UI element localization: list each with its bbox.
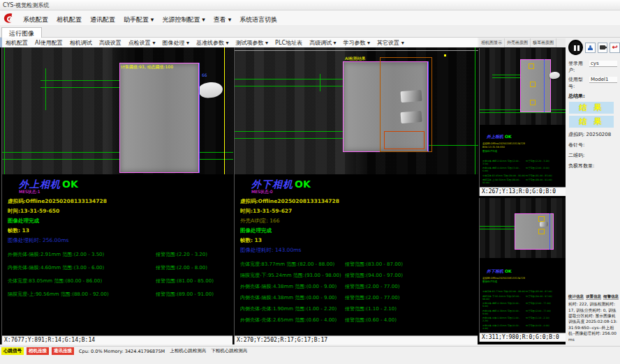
threshold-annotation: 计算阈值:93, 动态阈值:100: [121, 64, 173, 70]
log-text: 耗时: 222, 训练检测耗时: 17, 训练分类耗时: 0, 训练提取分区耗时…: [567, 300, 620, 342]
toolbar-item[interactable]: 点检设置 ▾: [125, 38, 159, 47]
green-guide-line: [235, 131, 343, 132]
status-bar: 心跳信号 相机连接 通讯连接 Cpu: 0.0% Memory: 3424.41…: [0, 346, 620, 356]
measurement-value: 壳体宽度:83.05mm 范围:(80.00 - 86.00): [482, 174, 526, 177]
toolbar-item[interactable]: AI使用配置: [31, 38, 66, 47]
toolbar-item[interactable]: 基准线参数 ▾: [193, 38, 232, 47]
qr-code-label: 二维码:: [568, 152, 620, 159]
bright-edge-line: [235, 50, 478, 51]
alarm-range: 报警范围:(1.10 - 2.10): [345, 305, 397, 312]
heartbeat-badge: 心跳信号: [1, 347, 24, 355]
menu-item[interactable]: 相机配置: [52, 15, 86, 24]
process-done: 图像处理完成: [240, 227, 476, 234]
measurement-row: 壳体宽度:83.05mm 范围:(80.00 - 86.00) 报警范围:(81…: [8, 278, 231, 285]
login-user-value[interactable]: cys: [589, 61, 617, 67]
camera-result-text-lower: 外下相机OK MES状态:0 虚拟码:Offline20250208133134…: [240, 177, 476, 324]
thumbnail-tab[interactable]: 相机图显示: [479, 38, 505, 47]
info-tabs: 统计信息设置信息报警信息: [567, 294, 620, 300]
tab-run-image[interactable]: 运行图像: [1, 27, 42, 38]
detected-part-outline: [119, 63, 199, 173]
total-result-label: 总结果:: [568, 93, 620, 100]
measurement-list: 壳体宽度:83.77mm 范围:(82.00 - 88.00) 报警范围:(83…: [240, 261, 476, 324]
blue-measure-line: [544, 59, 545, 112]
measurement-row: 隔膜宽度-下:95.24mm 范围:(93.00 - 98.00) 报警范围:(…: [482, 295, 564, 301]
coordinate-readout-upper: X:7677;Y:891;R:14;G:14;B:14: [2, 335, 232, 344]
camera-title: 外上相机: [487, 134, 503, 139]
virtual-code: 虚拟码:Offline20250208133134728: [240, 198, 476, 205]
info-tab[interactable]: 报警信息: [603, 294, 619, 300]
menu-item[interactable]: 通讯配置: [86, 15, 119, 24]
thumbnail-image: [480, 198, 566, 258]
measurement-value: 壳体宽度:83.77mm 范围:(82.00 - 88.00): [482, 290, 526, 293]
model-value[interactable]: Model1: [589, 77, 617, 83]
exit-arrow-icon: ↩: [612, 44, 618, 51]
alarm-range: 报警范围:(83.00 - 87.00): [345, 261, 403, 268]
thumbnail-view-lower[interactable]: 外下相机OK 虚拟码:Offline20250208133134728 图像处理…: [479, 198, 566, 342]
pause-button[interactable]: [568, 40, 583, 55]
thumbnail-result-text: 外上相机OK 虚拟码:Offline20250208133134728 时间:1…: [482, 128, 564, 184]
toolbar-item[interactable]: 相机配置: [2, 38, 31, 47]
camera-panel-lower: AI检测结果 外下相机OK MES状态:0 虚拟码:Offline2025020…: [234, 47, 478, 344]
thumbnail-tab[interactable]: 外壳画质图: [505, 38, 531, 47]
process-done: 图像处理完成: [482, 150, 564, 153]
exit-button[interactable]: ↩: [610, 43, 620, 53]
alarm-range: 报警范围:(2.00 - 77.00): [345, 283, 399, 290]
menu-item[interactable]: 系统语言切换: [235, 15, 281, 24]
alarm-range: 报警范围:(81.00 - 85.00): [526, 174, 552, 177]
green-guide-line: [45, 68, 46, 110]
menu-item[interactable]: 助手配置 ▾: [119, 15, 158, 24]
comm-link-badge: 通讯连接: [52, 347, 74, 355]
tab-strip: 运行图像: [0, 25, 620, 38]
toolbar-item[interactable]: 测试项参数 ▾: [232, 38, 272, 47]
alarm-range: 报警范围:(2.00 - 77.00): [345, 294, 399, 301]
ai-detect-box: [384, 131, 425, 149]
blue-measure-line: [199, 63, 200, 173]
measurement-row: 内侧壳体-壳体:1.90mm 范围:(1.00 - 2.20) 报警范围:(1.…: [240, 305, 476, 312]
toolbar-item[interactable]: 学习参数 ▾: [340, 38, 374, 47]
camera-panel-upper: 计算阈值:93, 动态阈值:100 66 外上相机OK MES状态:1 虚拟码:…: [1, 47, 232, 344]
upper-camera-heartbeat: 上相机心跳检测高: [170, 348, 206, 354]
coordinate-readout-thumb-lower: X:311;Y:980;R:0;G:0;B:0: [480, 333, 566, 342]
measurement-value: 外侧壳体-壳体:2.65mm 范围:(0.60 - 4.00): [240, 317, 345, 324]
model-field: 使用型号: Model1: [568, 76, 620, 90]
model-label: 使用型号:: [568, 76, 589, 90]
process-elapsed: 图像处理耗时: 143.00ms: [240, 247, 476, 254]
toolbar-item[interactable]: 图像处理 ▾: [158, 38, 193, 47]
toolbar: 相机配置AI使用配置相机调试高级设置点检设置 ▾图像处理 ▾基准线参数 ▾测试项…: [0, 38, 478, 47]
menu-item[interactable]: 系统配置: [19, 15, 52, 24]
info-tab[interactable]: 设置信息: [586, 294, 601, 300]
thumbnail-tabs: 相机图显示外壳画质图极耳画质图: [479, 38, 566, 47]
green-guide-line: [428, 145, 478, 146]
alarm-range: 报警范围:(2.00 - 77.00): [526, 302, 551, 308]
thumbnail-tab[interactable]: 极耳画质图: [531, 38, 556, 47]
window-title: CYS-视觉检测系统: [3, 2, 49, 8]
toolbar-item[interactable]: 高级设置: [96, 38, 125, 47]
toolbar-item[interactable]: PLC地址表: [272, 38, 306, 47]
yellow-reference-line: [224, 47, 225, 174]
user-button[interactable]: [585, 43, 596, 53]
toolbar-item[interactable]: 其它设置 ▾: [374, 38, 408, 47]
alarm-range: 报警范围:(1.10 - 2.10): [526, 317, 549, 322]
toolbar-item[interactable]: 相机调试: [66, 38, 96, 47]
thumbnail-result-text: 外下相机OK 虚拟码:Offline20250208133134728 图像处理…: [482, 262, 564, 330]
measurement-list: 外侧壳体-隔膜:2.91mm 范围:(2.00 - 3.50) 报警范围:(2.…: [482, 160, 564, 185]
virtual-code: 虚拟码:Offline20250208133134728: [482, 277, 564, 280]
camera-title: 外上相机: [19, 179, 61, 190]
camera-result-text-upper: 外上相机OK MES状态:1 虚拟码:Offline20250208133134…: [8, 177, 231, 298]
toolbar-item[interactable]: 高级调试 ▾: [306, 38, 340, 47]
camera-settings-button[interactable]: [598, 43, 608, 53]
measurement-value: 内侧壳体-隔膜:4.38mm 范围:(0.00 - 9.00): [482, 310, 526, 315]
camera-image-upper[interactable]: 计算阈值:93, 动态阈值:100 66: [2, 47, 233, 174]
blue-marker-label: 66: [202, 73, 207, 77]
menu-item[interactable]: 光源控制配置 ▾: [158, 15, 209, 24]
measurement-value: 外侧壳体-隔膜:2.91mm 范围:(2.00 - 3.50): [8, 251, 156, 258]
info-tab[interactable]: 统计信息: [568, 294, 584, 300]
electrode-tab: [400, 90, 422, 103]
electrode-tab: [540, 222, 548, 227]
camera-link-badge: 相机连接: [27, 347, 49, 355]
menu-item[interactable]: 查看 ▾: [209, 15, 235, 24]
measurement-row: 内侧壳体-隔膜:4.38mm 范围:(0.00 - 9.00) 报警范围:(2.…: [482, 310, 564, 315]
camera-image-lower[interactable]: AI检测结果: [235, 47, 478, 174]
sidebar-info-section: 统计信息设置信息报警信息 耗时: 222, 训练检测耗时: 17, 训练分类耗时…: [567, 294, 620, 342]
thumbnail-view-upper[interactable]: 外上相机OK 虚拟码:Offline20250208133134728 时间:1…: [479, 48, 566, 196]
